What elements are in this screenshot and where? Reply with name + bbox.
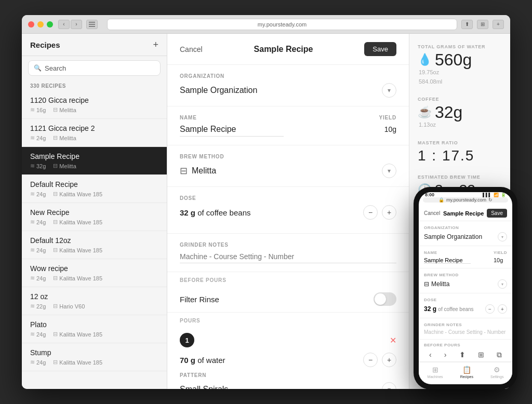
recipe-name: 1121 Gicca recipe 2 (30, 124, 158, 132)
filter-rinse-row: Filter Rinse (167, 286, 409, 313)
organization-label: ORGANIZATION (180, 73, 396, 79)
svg-rect-2 (89, 26, 95, 27)
recipe-dose: ≋32g (30, 163, 46, 169)
list-item[interactable]: New Recipe ≋24g ⊟Kalitta Wave 185 (22, 203, 167, 231)
phone-save-button[interactable]: Save (487, 209, 507, 218)
phone-org-chevron[interactable]: ▾ (498, 232, 507, 241)
recipe-name: Plato (30, 320, 158, 329)
recipe-meta: ≋24g ⊟Kalitta Wave 185 (30, 191, 158, 197)
ratio-value: 1 : 17.5 (418, 147, 502, 164)
recipe-name: Default 12oz (30, 236, 158, 245)
phone-tabs-icon[interactable]: ⧉ (497, 351, 502, 359)
phone-url-bar[interactable]: 🔒 my.poursteady.com ↻ (423, 197, 508, 203)
phone-form-header: Cancel Sample Recipe Save (419, 206, 512, 221)
phone-grinder-placeholder: Machine - Course Setting - Number (424, 329, 507, 335)
sidebar-toggle[interactable] (86, 20, 98, 29)
close-button[interactable] (28, 21, 34, 28)
search-bar[interactable]: 🔍 Search (28, 60, 161, 76)
search-placeholder: Search (45, 64, 66, 72)
pour-increase-button[interactable]: + (382, 353, 396, 367)
maximize-button[interactable] (47, 21, 53, 28)
list-item[interactable]: Default 12oz ≋24g ⊟Kalitta Wave 185 (22, 231, 167, 259)
dose-decrease-button[interactable]: − (363, 205, 378, 220)
recipe-filter: ⊟Kalitta Wave 185 (53, 359, 102, 366)
list-item[interactable]: Stump ≋24g ⊟Kalitta Wave 185 (22, 343, 167, 371)
grinder-notes-input[interactable] (180, 252, 396, 263)
pattern-chevron[interactable]: ▾ (382, 382, 396, 389)
phone-nav-recipes[interactable]: 📋 Recipes (460, 366, 473, 379)
recipe-dose: ≋22g (30, 303, 46, 309)
brew-method-value: Melitta (192, 166, 216, 176)
list-item[interactable]: 1120 Gicca recipe ≋16g ⊟Melitta (22, 91, 167, 119)
pour-item: 1 ✕ 70 g of water − + PATT (167, 327, 409, 389)
coffee-main: ☕ 32g (418, 104, 502, 120)
recipe-meta: ≋24g ⊟Melitta (30, 134, 158, 141)
recipe-meta: ≋32g ⊟Melitta (30, 163, 158, 169)
phone-forward-icon[interactable]: › (444, 351, 447, 359)
share-button[interactable]: ⬆ (461, 20, 473, 29)
organization-field-row: Sample Organization ▾ (180, 83, 396, 98)
recipe-filter: ⊟Kalitta Wave 185 (53, 275, 102, 281)
form-content: ORGANIZATION Sample Organization ▾ NAME (167, 65, 409, 389)
recipes-count: 330 RECIPES (22, 80, 167, 91)
phone-dose-decrease[interactable]: − (485, 304, 495, 314)
extensions-button[interactable]: + (493, 20, 504, 29)
recipe-name: New Recipe (30, 208, 158, 217)
phone-nav-machines[interactable]: ⊞ Machines (428, 366, 443, 379)
save-button[interactable]: Save (364, 42, 396, 56)
recipe-dose: ≋24g (30, 191, 46, 197)
recipe-meta: ≋24g ⊟Kalitta Wave 185 (30, 275, 158, 281)
back-button[interactable]: ‹ (58, 20, 70, 29)
dose-increase-button[interactable]: + (382, 205, 396, 220)
sidebar-header: Recipes + (22, 34, 167, 56)
settings-nav-icon: ⚙ (494, 366, 500, 374)
phone-dose-increase[interactable]: + (498, 304, 507, 314)
forward-button[interactable]: › (71, 20, 82, 29)
brew-method-label: BREW METHOD (180, 154, 396, 159)
name-input[interactable] (180, 125, 284, 137)
url-bar[interactable]: my.poursteady.com (107, 19, 457, 30)
phone-grinder-label: GRINDER NOTES (424, 322, 507, 327)
phone-bookmark-icon[interactable]: ⊞ (478, 351, 484, 359)
coffee-icon: ☕ (418, 105, 432, 119)
phone-nav-settings[interactable]: ⚙ Settings (490, 366, 503, 379)
minimize-button[interactable] (37, 21, 44, 28)
phone-name-input[interactable] (424, 257, 471, 264)
recipe-meta: ≋24g ⊟Kalitta Wave 185 (30, 359, 158, 366)
phone-mockup: 8:00 ▌▌▌ 📶 🔋 🔒 my.poursteady.com ↻ Cance… (414, 187, 517, 389)
phone-brew-chevron[interactable]: ▾ (498, 279, 507, 289)
pour-remove-button[interactable]: ✕ (390, 335, 396, 345)
add-recipe-button[interactable]: + (153, 40, 158, 49)
list-item-active[interactable]: Sample Recipe ≋32g ⊟Melitta (22, 147, 167, 175)
coffee-stat: COFFEE ☕ 32g 1.13oz (418, 97, 502, 130)
recipe-name: Stump (30, 348, 158, 357)
phone-time: 8:00 (425, 192, 434, 197)
phone-name-value (424, 257, 488, 264)
list-item[interactable]: Default Recipe ≋24g ⊟Kalitta Wave 185 (22, 175, 167, 203)
dose-value: 32 g of coffee beans (180, 208, 251, 217)
water-sub: 19.75oz 584.08ml (419, 68, 502, 86)
list-item[interactable]: 12 oz ≋22g ⊟Hario V60 (22, 287, 167, 315)
recipe-name: Sample Recipe (30, 152, 158, 160)
dose-steppers: − + (363, 205, 396, 220)
water-label: TOTAL GRAMS OF WATER (418, 44, 502, 49)
phone-cancel-button[interactable]: Cancel (424, 210, 440, 216)
organization-chevron[interactable]: ▾ (382, 83, 396, 98)
new-tab-button[interactable]: ⊞ (477, 20, 488, 29)
list-item[interactable]: Wow recipe ≋24g ⊟Kalitta Wave 185 (22, 259, 167, 287)
phone-share-icon[interactable]: ⬆ (459, 351, 466, 359)
phone-wifi-icon: 📶 (494, 193, 499, 197)
filter-rinse-toggle[interactable] (374, 292, 396, 306)
cancel-button[interactable]: Cancel (180, 45, 203, 53)
brew-method-chevron[interactable]: ▾ (382, 164, 396, 178)
phone-yield-label: YIELD (494, 250, 507, 255)
list-item[interactable]: Plato ≋24g ⊟Kalitta Wave 185 (22, 315, 167, 343)
brew-method-field-row: ⊟ Melitta ▾ (180, 164, 396, 178)
list-item[interactable]: 1121 Gicca recipe 2 ≋24g ⊟Melitta (22, 119, 167, 147)
brew-time-label: ESTIMATED BREW TIME (418, 174, 502, 180)
recipe-filter: ⊟Melitta (53, 106, 76, 113)
phone-battery-icon: 🔋 (501, 193, 506, 197)
phone-back-icon[interactable]: ‹ (429, 351, 432, 359)
pour-decrease-button[interactable]: − (363, 353, 378, 367)
main-form: Cancel Sample Recipe Save ORGANIZATION S… (167, 34, 409, 389)
